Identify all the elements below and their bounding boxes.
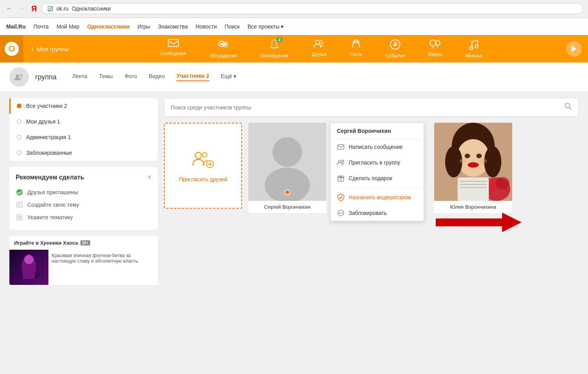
member-name-sergey: Сергей Ворончихин [248, 201, 326, 213]
svg-point-54 [465, 154, 470, 158]
rec-close-button[interactable]: × [147, 173, 151, 181]
svg-rect-24 [17, 215, 19, 217]
avatar-sergey [248, 123, 326, 201]
ok-logo[interactable]: О [0, 35, 23, 63]
svg-point-19 [20, 74, 23, 77]
filter-blocked-label: Заблокированные [26, 150, 72, 156]
member-card-yulia[interactable]: Юлия Ворончихина [434, 123, 512, 213]
filter-friends[interactable]: Мои друзья 1 [9, 114, 158, 129]
svg-rect-27 [20, 218, 22, 220]
ok-logo-letter: О [8, 44, 15, 54]
nav-all-projects[interactable]: Все проекты ▾ [248, 23, 283, 30]
rec-item-topic: Создайте свою тему [16, 199, 151, 211]
back-to-groups[interactable]: ‹ Мои группы [23, 45, 77, 53]
tab-foto[interactable]: Фото [125, 73, 137, 81]
group-header: группа Лента Темы Фото Видео Участники 2… [0, 63, 588, 92]
dropdown-invite-label: Пригласить в группу [349, 159, 400, 166]
avatar-yulia [434, 123, 512, 201]
svg-line-14 [437, 46, 438, 48]
play-button[interactable] [566, 41, 582, 57]
dropdown-block[interactable]: Заблокировать [331, 205, 424, 221]
nav-guests[interactable]: Гости [339, 39, 374, 59]
dropdown-header: Сергей Ворончихин [331, 123, 424, 139]
ad-box: Играйте в Хроники Хаоса 18+ Красивая эпи… [9, 236, 158, 285]
tab-lenta[interactable]: Лента [72, 73, 87, 81]
svg-point-16 [475, 45, 478, 48]
member-card-container-sergey: Сергей Ворончихин Сергей Ворончихин Напи… [248, 123, 326, 213]
filter-dot-all [17, 104, 21, 108]
nav-messages[interactable]: Сообщения [149, 39, 198, 59]
forward-button[interactable]: → [17, 4, 27, 13]
placeholder-sergey [248, 123, 326, 201]
svg-rect-0 [168, 39, 178, 47]
video-label: Видео [428, 52, 442, 57]
reload-icon: 🔄 [47, 6, 53, 11]
moderator-icon [337, 193, 345, 201]
nav-moy-mir[interactable]: Мой Мир [57, 23, 80, 30]
tab-temy[interactable]: Темы [99, 73, 113, 81]
friends-label: Друзья [312, 52, 327, 57]
nav-znakomstva[interactable]: Знакомства [158, 23, 188, 30]
svg-marker-48 [436, 213, 522, 232]
tab-video[interactable]: Видео [149, 73, 165, 81]
svg-marker-17 [572, 46, 576, 52]
back-button[interactable]: ← [5, 4, 14, 13]
svg-point-33 [202, 152, 207, 157]
svg-point-6 [315, 40, 319, 44]
nav-friends[interactable]: Друзья [300, 39, 339, 59]
svg-line-31 [569, 107, 572, 110]
filter-all-label: Все участники 2 [26, 103, 67, 109]
tab-more[interactable]: Ещё ▾ [221, 73, 237, 81]
nav-novosti[interactable]: Новости [196, 23, 217, 30]
nav-discussions[interactable]: Обсуждения [198, 39, 248, 59]
dropdown-send-message[interactable]: Написать сообщение [331, 139, 424, 155]
dropdown-make-moderator[interactable]: Назначить модератором [331, 190, 424, 205]
ok-header: О ‹ Мои группы Сообщения [0, 35, 588, 63]
dropdown-invite-group[interactable]: Пригласить в группу [331, 155, 424, 170]
nav-pochta[interactable]: Почта [34, 23, 49, 30]
svg-point-4 [224, 43, 226, 46]
music-icon [469, 39, 478, 52]
nav-music[interactable]: Музыка [454, 39, 494, 59]
browser-chrome: ← → Я 🔄 ok.ru Одноклассники [0, 0, 588, 18]
svg-point-7 [320, 41, 323, 44]
dropdown-gift[interactable]: Сделать подарок [331, 170, 424, 186]
filter-dot-blocked [17, 150, 21, 155]
content-area: Все участники 2 Мои друзья 1 Администрац… [0, 92, 588, 291]
nav-mail[interactable]: Mail.Ru [6, 23, 26, 30]
filter-blocked[interactable]: Заблокированные [9, 145, 158, 161]
right-content: Пригласить друзей [164, 98, 579, 285]
filter-admin[interactable]: Администрация 1 [9, 129, 158, 145]
svg-rect-21 [17, 202, 22, 207]
nav-odnoklassniki[interactable]: Одноклассники [87, 23, 130, 30]
search-input[interactable] [171, 104, 564, 111]
nav-events[interactable]: ₽ События [374, 39, 417, 59]
filter-dot-friends [17, 119, 21, 124]
svg-point-29 [24, 255, 34, 264]
svg-point-15 [470, 47, 473, 50]
filter-all[interactable]: Все участники 2 [9, 98, 158, 114]
ad-content: Красивая эпичная фэнтези-битва за настоя… [48, 250, 158, 285]
video-icon [429, 39, 441, 51]
nav-notifications[interactable]: 2 Оповещения [248, 39, 300, 59]
discussions-icon [217, 39, 228, 52]
left-sidebar: Все участники 2 Мои друзья 1 Администрац… [9, 98, 158, 285]
dropdown-divider [331, 188, 424, 188]
events-icon: ₽ [389, 39, 401, 52]
tab-uchastniki[interactable]: Участники 2 [176, 73, 209, 81]
group-icon [9, 67, 29, 87]
svg-rect-26 [17, 218, 19, 220]
address-bar[interactable]: 🔄 ok.ru Одноклассники [41, 3, 583, 14]
nav-igry[interactable]: Игры [137, 23, 150, 30]
svg-rect-25 [20, 215, 22, 217]
nav-poisk[interactable]: Поиск [225, 23, 240, 30]
rec-friends-label: Друзья приглашены [27, 189, 78, 195]
dropdown-menu: Сергей Ворончихин Написать сообщение Пр [330, 123, 424, 221]
nav-video[interactable]: Видео [417, 39, 454, 59]
filter-admin-label: Администрация 1 [26, 134, 71, 140]
notification-badge: 2 [276, 37, 283, 42]
member-card-sergey[interactable]: Сергей Ворончихин [248, 123, 326, 213]
invite-card[interactable]: Пригласить друзей [164, 123, 242, 209]
svg-text:₽: ₽ [394, 41, 397, 48]
rec-item-friends: Друзья приглашены [16, 186, 151, 199]
